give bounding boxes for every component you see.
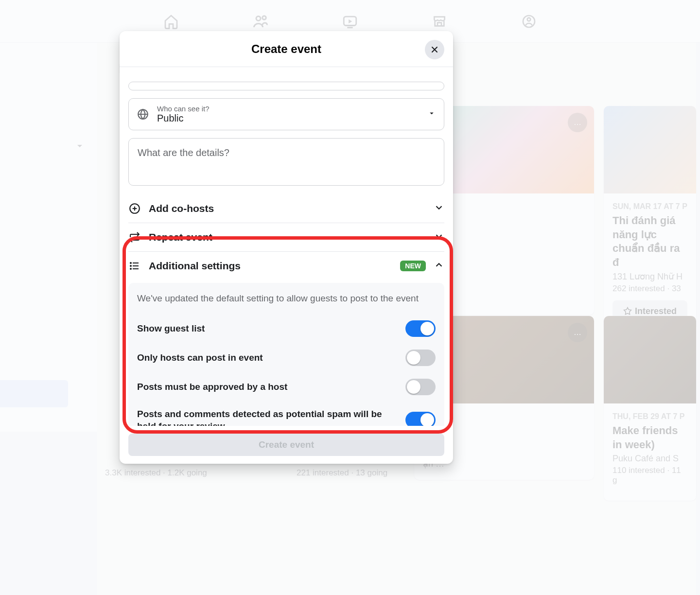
svg-point-15: [130, 268, 131, 269]
globe-icon: [137, 108, 149, 121]
modal-header: Create event: [120, 31, 453, 67]
repeat-label: Repeat event: [149, 231, 426, 243]
close-icon: [430, 45, 439, 54]
additional-settings-row[interactable]: Additional settings NEW: [128, 252, 444, 280]
add-cohosts-row[interactable]: Add co-hosts: [128, 194, 444, 223]
toggle-row-guest-list: Show guest list: [137, 314, 436, 343]
privacy-value: Public: [157, 113, 420, 124]
privacy-label: Who can see it?: [157, 105, 420, 113]
svg-point-14: [130, 265, 131, 266]
additional-settings-panel: We've updated the default setting to all…: [128, 283, 444, 426]
plus-circle-icon: [128, 202, 141, 215]
repeat-icon: [128, 231, 141, 244]
toggle-label: Posts and comments detected as potential…: [137, 408, 396, 426]
toggle-label: Show guest list: [137, 322, 396, 335]
additional-label: Additional settings: [149, 260, 392, 272]
cohosts-label: Add co-hosts: [149, 203, 426, 214]
toggle-hosts-only-post[interactable]: [405, 350, 436, 366]
privacy-selector[interactable]: Who can see it? Public: [128, 98, 444, 130]
toggle-row-approve: Posts must be approved by a host: [137, 372, 436, 402]
previous-field-peek[interactable]: [128, 82, 444, 90]
toggle-label: Posts must be approved by a host: [137, 381, 396, 393]
toggle-label: Only hosts can post in event: [137, 351, 396, 364]
chevron-down-icon: [434, 231, 444, 244]
create-event-modal: Create event Who can see it? Public What…: [120, 31, 453, 464]
toggle-spam-review[interactable]: [405, 412, 436, 426]
list-icon: [128, 260, 141, 272]
details-textarea[interactable]: What are the details?: [128, 138, 444, 186]
caret-down-icon: [427, 109, 436, 120]
close-button[interactable]: [425, 40, 444, 59]
toggle-guest-list[interactable]: [405, 320, 436, 337]
toggle-row-hosts-only: Only hosts can post in event: [137, 343, 436, 372]
repeat-event-row[interactable]: Repeat event: [128, 223, 444, 252]
modal-footer: Create event: [120, 426, 453, 464]
modal-title: Create event: [251, 42, 321, 56]
details-placeholder: What are the details?: [138, 147, 435, 158]
create-event-button[interactable]: Create event: [128, 434, 444, 456]
toggle-approve-posts[interactable]: [405, 379, 436, 395]
modal-body[interactable]: Who can see it? Public What are the deta…: [120, 67, 453, 426]
new-badge: NEW: [400, 261, 426, 271]
chevron-down-icon: [434, 202, 444, 215]
chevron-up-icon: [434, 260, 444, 272]
toggle-row-spam: Posts and comments detected as potential…: [137, 402, 436, 426]
svg-point-13: [130, 262, 131, 263]
settings-note: We've updated the default setting to all…: [137, 292, 436, 305]
